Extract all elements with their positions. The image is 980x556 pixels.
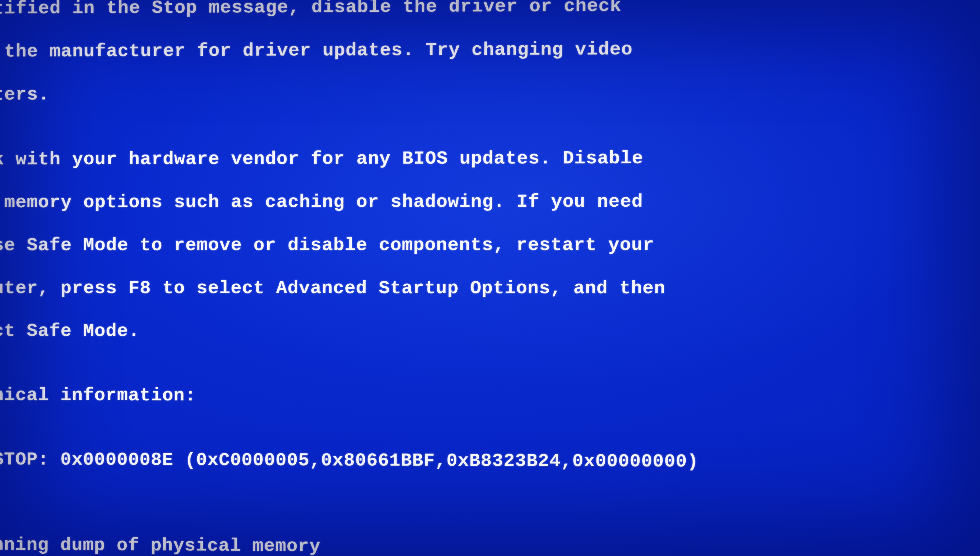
bsod-screen: identified in the Stop message, disable … — [0, 0, 980, 556]
bsod-line: BIOS memory options such as caching or s… — [0, 190, 980, 213]
bsod-line: computer, press F8 to select Advanced St… — [0, 278, 980, 299]
stop-code-line: *** STOP: 0x0000008E (0xC0000005,0x80661… — [0, 449, 980, 474]
bsod-line — [0, 125, 980, 127]
bsod-line: Check with your hardware vendor for any … — [0, 147, 980, 170]
bsod-line — [0, 491, 980, 495]
bsod-line: select Safe Mode. — [0, 320, 980, 343]
bsod-line — [0, 512, 980, 517]
bsod-line: adapters. — [0, 81, 980, 105]
bsod-line: with the manufacturer for driver updates… — [0, 37, 980, 63]
technical-info-heading: Technical information: — [0, 385, 980, 409]
dump-begin-line: Beginning dump of physical memory — [0, 534, 980, 556]
bsod-line — [0, 427, 980, 430]
bsod-line: identified in the Stop message, disable … — [0, 0, 980, 19]
bsod-line — [0, 363, 980, 365]
bsod-line: to use Safe Mode to remove or disable co… — [0, 234, 980, 256]
